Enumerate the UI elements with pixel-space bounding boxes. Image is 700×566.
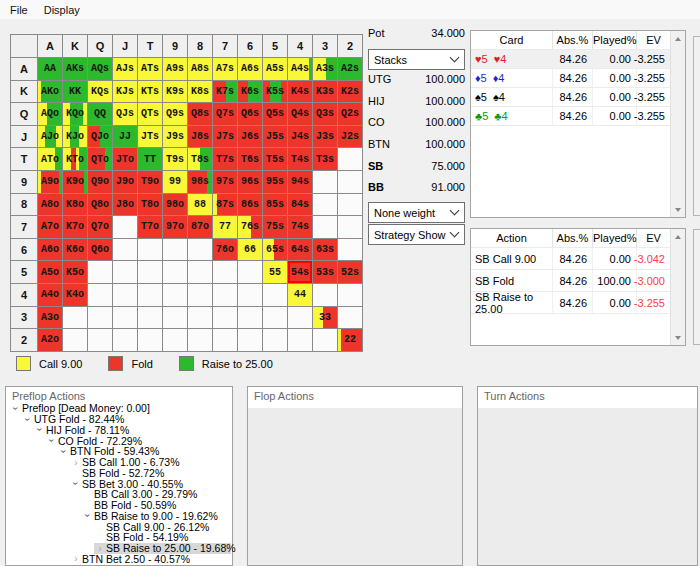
matrix-cell-empty[interactable] [238,284,262,306]
matrix-cell-A2o[interactable]: A2o [38,329,62,351]
tree-item[interactable]: ›BTN Bet 2.50 - 40.57% [70,554,231,565]
matrix-cell-52s[interactable]: 52s [338,261,362,283]
matrix-cell-empty[interactable] [313,216,337,238]
matrix-cell-K3s[interactable]: K3s [313,81,337,103]
matrix-cell-88[interactable]: 88 [188,194,212,216]
matrix-cell-empty[interactable] [338,148,362,170]
stacks-dropdown[interactable]: Stacks [368,49,465,70]
matrix-cell-J3s[interactable]: J3s [313,126,337,148]
card-table-scrollbar[interactable] [670,31,685,217]
tree-item[interactable]: ›SB Call 1.00 - 6.73% [70,457,231,468]
action-row[interactable]: SB Call 9.0084.260.00-3.042 [471,248,670,270]
matrix-cell-T5s[interactable]: T5s [263,148,287,170]
action-row[interactable]: SB Fold84.26100.00-3.000 [471,270,670,292]
matrix-cell-J2s[interactable]: J2s [338,126,362,148]
matrix-cell-Q8o[interactable]: Q8o [88,194,112,216]
tree-collapse-icon[interactable]: › [22,414,34,425]
matrix-cell-empty[interactable] [163,284,187,306]
matrix-cell-J8o[interactable]: J8o [113,194,137,216]
matrix-cell-66[interactable]: 66 [238,239,262,261]
matrix-cell-J8s[interactable]: J8s [188,126,212,148]
matrix-cell-empty[interactable] [213,261,237,283]
matrix-cell-AJs[interactable]: AJs [113,58,137,80]
tree-expand-icon[interactable]: › [70,553,82,564]
matrix-cell-K5s[interactable]: K5s [263,81,287,103]
matrix-cell-K4o[interactable]: K4o [63,284,87,306]
matrix-cell-Q7s[interactable]: Q7s [213,103,237,125]
matrix-cell-Q5s[interactable]: Q5s [263,103,287,125]
matrix-cell-87o[interactable]: 87o [188,216,212,238]
matrix-cell-AKo[interactable]: AKo [38,81,62,103]
matrix-cell-empty[interactable] [113,284,137,306]
matrix-cell-ATo[interactable]: ATo [38,148,62,170]
matrix-cell-empty[interactable] [213,329,237,351]
matrix-cell-K4s[interactable]: K4s [288,81,312,103]
matrix-cell-AQs[interactable]: AQs [88,58,112,80]
matrix-cell-empty[interactable] [113,216,137,238]
matrix-cell-empty[interactable] [188,261,212,283]
matrix-cell-empty[interactable] [138,239,162,261]
matrix-cell-ATs[interactable]: ATs [138,58,162,80]
scroll-up-icon[interactable] [671,229,685,244]
tree-collapse-icon[interactable]: › [46,435,58,446]
matrix-cell-J9s[interactable]: J9s [163,126,187,148]
matrix-cell-97o[interactable]: 97o [163,216,187,238]
matrix-cell-65s[interactable]: 65s [263,239,287,261]
tree-item[interactable]: ›SB Bet 3.00 - 40.55% [70,478,231,489]
matrix-cell-A9o[interactable]: A9o [38,171,62,193]
matrix-cell-98s[interactable]: 98s [188,171,212,193]
matrix-cell-empty[interactable] [338,284,362,306]
matrix-cell-95s[interactable]: 95s [263,171,287,193]
matrix-cell-K6s[interactable]: K6s [238,81,262,103]
tree-item[interactable]: ›BTN Fold - 59.43% [58,446,231,457]
matrix-cell-empty[interactable] [338,171,362,193]
matrix-cell-J7s[interactable]: J7s [213,126,237,148]
matrix-cell-empty[interactable] [138,261,162,283]
matrix-cell-A2s[interactable]: A2s [338,58,362,80]
matrix-cell-76s[interactable]: 76s [238,216,262,238]
scroll-down-icon[interactable] [671,330,685,345]
matrix-cell-96s[interactable]: 96s [238,171,262,193]
matrix-cell-AKs[interactable]: AKs [63,58,87,80]
matrix-cell-55[interactable]: 55 [263,261,287,283]
matrix-cell-empty[interactable] [113,239,137,261]
matrix-cell-J5s[interactable]: J5s [263,126,287,148]
matrix-cell-empty[interactable] [113,329,137,351]
matrix-cell-T6s[interactable]: T6s [238,148,262,170]
matrix-cell-QJs[interactable]: QJs [113,103,137,125]
matrix-cell-A8o[interactable]: A8o [38,194,62,216]
matrix-cell-A7s[interactable]: A7s [213,58,237,80]
matrix-cell-empty[interactable] [338,216,362,238]
matrix-cell-empty[interactable] [88,261,112,283]
matrix-cell-empty[interactable] [163,307,187,329]
matrix-cell-76o[interactable]: 76o [213,239,237,261]
matrix-cell-empty[interactable] [213,307,237,329]
matrix-cell-empty[interactable] [288,307,312,329]
matrix-cell-empty[interactable] [238,329,262,351]
menu-item-display[interactable]: Display [36,2,88,18]
matrix-cell-empty[interactable] [188,239,212,261]
matrix-cell-K7s[interactable]: K7s [213,81,237,103]
matrix-cell-53s[interactable]: 53s [313,261,337,283]
matrix-cell-A3o[interactable]: A3o [38,307,62,329]
matrix-cell-empty[interactable] [163,329,187,351]
matrix-cell-A7o[interactable]: A7o [38,216,62,238]
matrix-cell-empty[interactable] [63,307,87,329]
matrix-cell-Q8s[interactable]: Q8s [188,103,212,125]
matrix-cell-empty[interactable] [288,329,312,351]
matrix-cell-A5s[interactable]: A5s [263,58,287,80]
tree-collapse-icon[interactable]: › [58,446,70,457]
matrix-cell-KQo[interactable]: KQo [63,103,87,125]
matrix-cell-K8s[interactable]: K8s [188,81,212,103]
matrix-cell-empty[interactable] [188,329,212,351]
matrix-cell-empty[interactable] [338,194,362,216]
matrix-cell-94s[interactable]: 94s [288,171,312,193]
matrix-cell-JTs[interactable]: JTs [138,126,162,148]
matrix-cell-J4s[interactable]: J4s [288,126,312,148]
matrix-cell-KTs[interactable]: KTs [138,81,162,103]
scroll-up-icon[interactable] [671,31,685,46]
matrix-cell-T4s[interactable]: T4s [288,148,312,170]
matrix-cell-85s[interactable]: 85s [263,194,287,216]
matrix-cell-AQo[interactable]: AQo [38,103,62,125]
matrix-cell-Q9o[interactable]: Q9o [88,171,112,193]
